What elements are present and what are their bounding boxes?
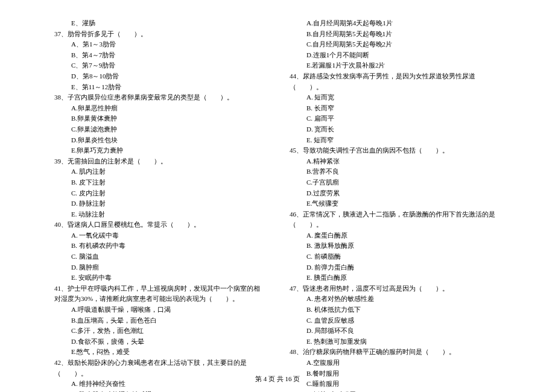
question: 41、护士甲在呼吸内科工作，早上巡视病房时，发现其中一个病室的相对湿度为30%，… <box>54 283 265 358</box>
option: C. 前磷脂酶 <box>306 251 501 262</box>
option: E、第11～12肋骨 <box>71 82 265 93</box>
question-stem: 46、正常情况下，胰液进入十二指肠，在肠激酶的作用下首先激活的是（ ）。 <box>290 209 501 230</box>
page-footer: 第 4 页 共 16 页 <box>0 374 555 385</box>
option: B、第4～7肋骨 <box>71 50 265 61</box>
option: C.子宫肌瘤 <box>306 177 501 188</box>
question: 40、昏迷病人口唇呈樱桃红色。常提示（ ）。A. 一氧化碳中毒B. 有机磷农药中… <box>54 220 265 283</box>
question-number: 42、 <box>54 359 68 366</box>
question-text: 治疗糖尿病药物拜糖平正确的服药时间是（ ）。 <box>303 348 455 355</box>
option: E. 热刺激可加重发病 <box>306 337 501 347</box>
question-text: 无需抽回血的注射术是（ ）。 <box>68 157 167 165</box>
option: A. 患者对热的敏感性差 <box>306 294 501 305</box>
question-stem: 47、昏迷患者用热时，温度不可过高是因为（ ）。 <box>290 283 501 294</box>
question-stem: 38、子宫内膜异位症患者卵巢病变最常见的类型是（ ）。 <box>54 92 265 103</box>
option: C. 脑溢血 <box>71 251 265 262</box>
option: B. 长而窄 <box>306 103 501 114</box>
option: B.血压增高，头晕，面色苍白 <box>71 315 265 326</box>
option-group: A、第1～3肋骨B、第4～7肋骨C、第7～9肋骨D、第8～10肋骨E、第11～1… <box>71 39 265 92</box>
option: B. 机体抵抗力低下 <box>306 305 501 315</box>
option: E、灌肠 <box>71 18 265 29</box>
question-stem: 45、导致功能失调性子宫出血的病因不包括（ ）。 <box>290 145 501 156</box>
option-group: A. 糜蛋白酶原B. 激肽释放酶原C. 前磷脂酶D. 前弹力蛋白酶E. 胰蛋白酶… <box>306 230 501 283</box>
option: E. 安眠药中毒 <box>71 273 265 283</box>
two-column-layout: E、灌肠37、肋骨骨折多见于（ ）。A、第1～3肋骨B、第4～7肋骨C、第7～9… <box>54 18 501 392</box>
option: E.若漏服1片于次晨补服2片 <box>306 60 501 71</box>
option: B. 有机磷农药中毒 <box>71 241 265 251</box>
option-group: A.卵巢恶性肿瘤B.卵巢黄体囊肿C.卵巢滤泡囊肿D.卵巢炎性包块E.卵巢巧克力囊… <box>71 103 265 156</box>
question-number: 44、 <box>290 72 303 80</box>
continuation-options: A.自月经周期第4天起每晚1片B.自月经周期第5天起每晚1片C.自月经周期第5天… <box>306 18 501 71</box>
question-stem: 40、昏迷病人口唇呈樱桃红色。常提示（ ）。 <box>54 220 265 230</box>
option: D.饭前1小时服用 <box>306 390 501 392</box>
question: 46、正常情况下，胰液进入十二指肠，在肠激酶的作用下首先激活的是（ ）。A. 糜… <box>290 209 501 283</box>
option: C.多汗，发热，面色潮红 <box>71 326 265 337</box>
option: B. 皮下注射 <box>71 177 265 188</box>
option: A.空腹服用 <box>306 358 501 368</box>
option-group: A. 患者对热的敏感性差B. 机体抵抗力低下C. 血管反应敏感D. 局部循环不良… <box>306 294 501 347</box>
option: A.卵巢恶性肿瘤 <box>71 103 265 114</box>
option: D.过度劳累 <box>306 188 501 199</box>
option: E. 短而窄 <box>306 135 501 146</box>
option: A.呼吸道黏膜干燥，咽喉痛，口渴 <box>71 305 265 315</box>
question-stem: 39、无需抽回血的注射术是（ ）。 <box>54 156 265 167</box>
question-number: 40、 <box>54 221 68 228</box>
question-number: 37、 <box>54 30 68 37</box>
option: B. 激肽释放酶原 <box>306 241 501 251</box>
option: D. 宽而长 <box>306 124 501 135</box>
question-stem: 37、肋骨骨折多见于（ ）。 <box>54 29 265 40</box>
option: E.卵巢巧克力囊肿 <box>71 145 265 156</box>
page-number: 第 4 页 共 16 页 <box>255 375 300 382</box>
question-text: 护士甲在呼吸内科工作，早上巡视病房时，发现其中一个病室的相对湿度为30%，请推断… <box>54 285 260 303</box>
option: A. 糜蛋白酶原 <box>306 230 501 241</box>
question-number: 45、 <box>290 147 303 154</box>
option-group: A. 一氧化碳中毒B. 有机磷农药中毒C. 脑溢血D. 脑肿瘤E. 安眠药中毒 <box>71 230 265 283</box>
question-number: 48、 <box>290 348 303 355</box>
option: D. 前弹力蛋白酶 <box>306 262 501 273</box>
question-text: 子宫内膜异位症患者卵巢病变最常见的类型是（ ）。 <box>68 93 233 101</box>
option: C.自月经周期第5天起每晚2片 <box>306 39 501 50</box>
option: C.卵巢滤泡囊肿 <box>71 124 265 135</box>
option-group: A. 短而宽B. 长而窄C. 扁而平D. 宽而长E. 短而窄 <box>306 92 501 145</box>
question: 39、无需抽回血的注射术是（ ）。A. 肌内注射B. 皮下注射C. 皮内注射D.… <box>54 156 265 220</box>
question-stem: 44、尿路感染女性发病率高于男性，是因为女性尿道较男性尿道（ ）。 <box>290 71 501 92</box>
option: D. 局部循环不良 <box>306 326 501 337</box>
option: A. 一氧化碳中毒 <box>71 230 265 241</box>
option: E. 胰蛋白酶原 <box>306 273 501 283</box>
question-text: 肋骨骨折多见于（ ）。 <box>68 30 147 37</box>
question: 47、昏迷患者用热时，温度不可过高是因为（ ）。A. 患者对热的敏感性差B. 机… <box>290 283 501 347</box>
question-number: 38、 <box>54 93 68 101</box>
question: 45、导致功能失调性子宫出血的病因不包括（ ）。A.精神紧张B.营养不良C.子宫… <box>290 145 501 209</box>
question-number: 47、 <box>290 285 303 292</box>
question: 44、尿路感染女性发病率高于男性，是因为女性尿道较男性尿道（ ）。A. 短而宽B… <box>290 71 501 145</box>
question-number: 41、 <box>54 285 68 292</box>
option: A、第1～3肋骨 <box>71 39 265 50</box>
option: B.卵巢黄体囊肿 <box>71 113 265 124</box>
option: A.自月经周期第4天起每晚1片 <box>306 18 501 29</box>
right-column: A.自月经周期第4天起每晚1片B.自月经周期第5天起每晚1片C.自月经周期第5天… <box>290 18 501 392</box>
option: D.食欲不振，疲倦，头晕 <box>71 337 265 347</box>
option: D.卵巢炎性包块 <box>71 135 265 146</box>
option: D、第8～10肋骨 <box>71 71 265 82</box>
question-text: 正常情况下，胰液进入十二指肠，在肠激酶的作用下首先激活的是（ ）。 <box>290 210 495 229</box>
option: E.气候骤变 <box>306 198 501 209</box>
option: A. 短而宽 <box>306 92 501 103</box>
option: D.连服1个月不能间断 <box>306 50 501 61</box>
question-number: 39、 <box>54 157 68 165</box>
option: C. 皮内注射 <box>71 188 265 199</box>
option: B. 防止肌肉功能退行性减退 <box>71 390 265 392</box>
question-stem: 48、治疗糖尿病药物拜糖平正确的服药时间是（ ）。 <box>290 347 501 358</box>
option: A.精神紧张 <box>306 156 501 167</box>
question-stem: 41、护士甲在呼吸内科工作，早上巡视病房时，发现其中一个病室的相对湿度为30%，… <box>54 283 265 305</box>
question: 37、肋骨骨折多见于（ ）。A、第1～3肋骨B、第4～7肋骨C、第7～9肋骨D、… <box>54 29 265 93</box>
question-number: 46、 <box>290 210 303 218</box>
option: C. 扁而平 <box>306 113 501 124</box>
option-group: A.呼吸道黏膜干燥，咽喉痛，口渴B.血压增高，头晕，面色苍白C.多汗，发热，面色… <box>71 305 265 358</box>
continuation-options: E、灌肠 <box>71 18 265 29</box>
option: E. 动脉注射 <box>71 209 265 220</box>
option: B.营养不良 <box>306 166 501 177</box>
question-text: 昏迷病人口唇呈樱桃红色。常提示（ ）。 <box>68 221 200 228</box>
option: D. 脑肿瘤 <box>71 262 265 273</box>
option-group: A.精神紧张B.营养不良C.子宫肌瘤D.过度劳累E.气候骤变 <box>306 156 501 209</box>
left-column: E、灌肠37、肋骨骨折多见于（ ）。A、第1～3肋骨B、第4～7肋骨C、第7～9… <box>54 18 265 392</box>
option: C、第7～9肋骨 <box>71 60 265 71</box>
